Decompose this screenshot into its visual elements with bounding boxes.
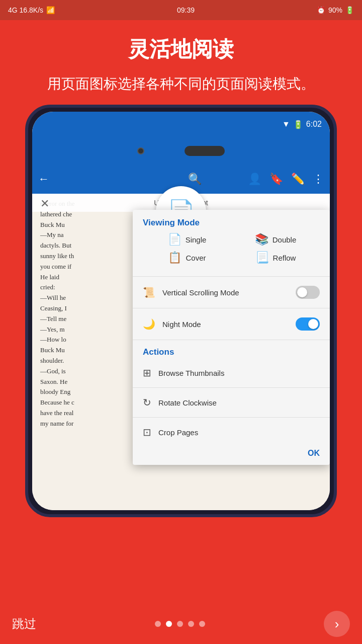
status-left: 4G 16.8K/s 📶 [8,6,55,14]
dialog-title: Viewing Mode [133,210,330,233]
top-content: 灵活地阅读 用页面图标选择各种不同的页面阅读模式。 [0,20,362,105]
cover-mode-label: Cover [186,254,206,262]
vertical-scrolling-row: 📜 Vertical Scrolling Mode [133,279,330,306]
browse-thumbnails-icon: ⊞ [143,367,151,379]
rotate-icon: ↻ [143,396,151,409]
phone-time: 6:02 [306,120,322,129]
wifi-icon: 📶 [46,6,55,14]
reflow-mode-icon: 📃 [255,251,269,264]
view-modes-row-2: 📋 Cover 📃 Reflow [143,251,320,264]
night-mode-row: 🌙 Night Mode [133,310,330,338]
camera-dot [137,147,144,154]
night-mode-icon: 🌙 [143,318,155,330]
reflow-mode-label: Reflow [273,254,296,262]
phone-inner: ▼ 🔋 6:02 ← 🔍 👤 [32,112,330,510]
divider-3 [133,340,330,340]
view-modes-grid: 📄 Single 📚 Double 📋 Cover [133,233,330,274]
browse-thumbnails-button[interactable]: ⊞ Browse Thumbnails [133,360,330,385]
battery-text: 90% [328,6,342,14]
status-bar: 4G 16.8K/s 📶 09:39 ⏰ 90% 🔋 [0,0,362,20]
single-mode-icon: 📄 [168,233,182,246]
search-button[interactable]: 🔍 [188,173,202,186]
ok-button[interactable]: OK [308,449,320,458]
ok-row: OK [133,445,330,465]
vertical-scroll-icon: 📜 [143,286,155,298]
dots-container [36,621,324,627]
signal-text: 4G 16.8K/s [8,6,43,14]
phone-mockup: ▼ 🔋 6:02 ← 🔍 👤 [25,105,337,517]
back-button[interactable]: ← [38,173,49,186]
divider-5 [133,417,330,418]
crop-icon: ⊡ [143,426,151,438]
page-title: 灵活地阅读 [20,35,342,63]
view-modes-row-1: 📄 Single 📚 Double [143,233,320,246]
phone-status-right: ▼ 🔋 6:02 [282,120,322,129]
cover-mode-button[interactable]: 📋 Cover [143,251,231,264]
phone-screen: ▼ 🔋 6:02 ← 🔍 👤 [32,112,330,510]
more-button[interactable]: ⋮ [313,173,324,186]
next-arrow-icon: › [335,616,339,632]
viewing-mode-dialog: Viewing Mode 📄 Single 📚 Double [133,210,330,465]
book-close-button[interactable]: ✕ [40,197,49,210]
single-mode-label: Single [186,235,207,244]
phone-camera-area [32,137,330,165]
night-mode-toggle[interactable] [296,317,320,331]
divider-1 [133,276,330,277]
battery-icon: 🔋 [345,6,354,14]
divider-4 [133,387,330,388]
phone-wifi-icon: ▼ [282,120,290,129]
dot-1[interactable] [155,621,161,627]
vertical-scroll-toggle[interactable] [296,286,320,299]
alarm-icon: ⏰ [317,6,325,14]
status-right: ⏰ 90% 🔋 [317,6,354,14]
single-mode-button[interactable]: 📄 Single [143,233,231,246]
phone-battery-icon: 🔋 [293,120,303,129]
browse-thumbnails-label: Browse Thumbnails [158,369,224,377]
dot-3[interactable] [177,621,183,627]
actions-title: Actions [133,342,330,360]
edit-button[interactable]: ✏️ [291,173,305,186]
reflow-mode-button[interactable]: 📃 Reflow [231,251,320,264]
next-button[interactable]: › [324,611,350,637]
divider-2 [133,308,330,308]
night-mode-label: Night Mode [162,320,289,329]
cover-mode-icon: 📋 [168,251,182,264]
bottom-nav: 跳过 › [0,604,362,644]
add-user-button[interactable]: 👤 [248,173,261,186]
rotate-clockwise-button[interactable]: ↻ Rotate Clockwise [133,390,330,415]
double-mode-icon: 📚 [255,233,268,246]
skip-button[interactable]: 跳过 [12,616,36,632]
dot-4[interactable] [188,621,194,627]
bookmark-button[interactable]: 🔖 [269,173,283,186]
phone-status-bar: ▼ 🔋 6:02 [32,112,330,137]
phone-outer: ▼ 🔋 6:02 ← 🔍 👤 [25,105,337,517]
dot-5[interactable] [199,621,205,627]
vertical-scroll-label: Vertical Scrolling Mode [162,288,289,297]
double-mode-button[interactable]: 📚 Double [231,233,320,246]
speaker-grille [185,146,225,156]
double-mode-label: Double [273,235,297,244]
rotate-label: Rotate Clockwise [158,398,217,407]
page-subtitle: 用页面图标选择各种不同的页面阅读模式。 [20,73,342,95]
crop-label: Crop Pages [158,428,198,437]
crop-pages-button[interactable]: ⊡ Crop Pages [133,420,330,445]
status-time: 09:39 [177,6,195,14]
dot-2[interactable] [166,621,172,627]
